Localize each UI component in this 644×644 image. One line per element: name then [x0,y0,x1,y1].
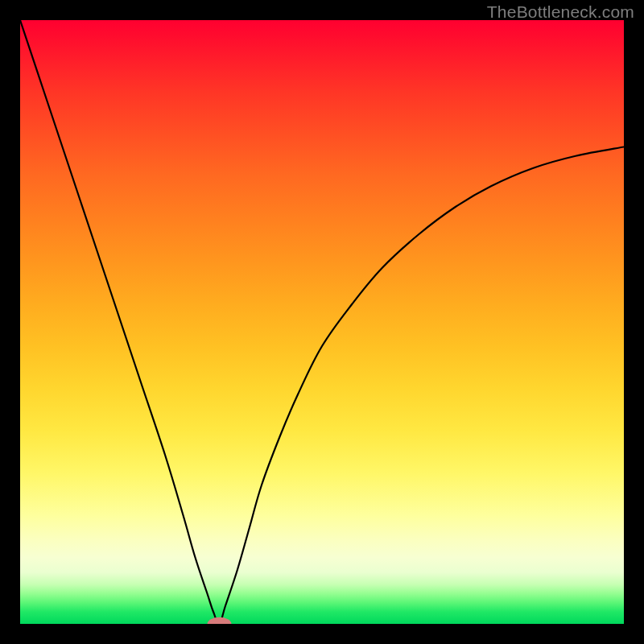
min-marker [208,617,232,624]
watermark-text: TheBottleneck.com [487,2,634,22]
chart-frame: TheBottleneck.com [0,0,644,644]
curve-layer [20,20,624,624]
plot-area [20,20,624,624]
bottleneck-curve [20,20,624,624]
